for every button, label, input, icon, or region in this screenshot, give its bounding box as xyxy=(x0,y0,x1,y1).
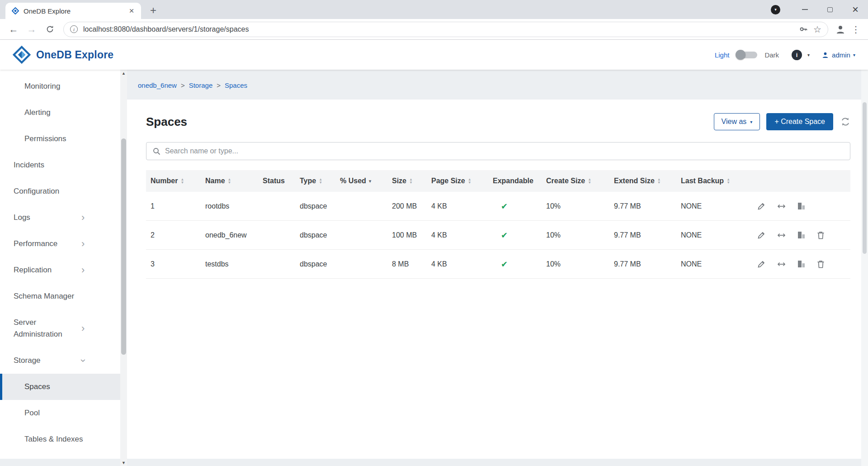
delete-icon[interactable] xyxy=(817,260,825,268)
sidebar-item-pool[interactable]: Pool xyxy=(0,400,120,426)
sort-arrows-icon[interactable]: ▲▼ xyxy=(228,178,231,184)
sidebar-item-configuration[interactable]: Configuration xyxy=(0,178,120,204)
sidebar-item-label: Logs xyxy=(14,212,81,223)
maximize-button[interactable] xyxy=(817,0,843,19)
cell-type: dbspace xyxy=(300,202,340,210)
column-header-label: Page Size xyxy=(431,177,465,185)
table-row[interactable]: 3 testdbs dbspace 8 MB 4 KB ✔ 10% 9.77 M… xyxy=(146,250,850,279)
sidebar-item-backup[interactable]: Backup xyxy=(0,452,120,459)
delete-icon[interactable] xyxy=(817,231,825,239)
theme-toggle[interactable] xyxy=(736,52,757,58)
breadcrumb-item-storage[interactable]: Storage xyxy=(189,81,213,89)
sidebar-item-label: Configuration xyxy=(14,185,81,197)
brand-name: OneDB Explore xyxy=(36,49,113,61)
sort-arrows-icon[interactable]: ▲▼ xyxy=(180,178,184,184)
bookmark-star-icon[interactable]: ☆ xyxy=(813,24,821,35)
info-caret-icon[interactable]: ▾ xyxy=(807,52,810,57)
sort-arrows-icon[interactable]: ▲▼ xyxy=(319,178,322,184)
refresh-button[interactable] xyxy=(42,21,58,38)
column-header-used[interactable]: % Used ▾ xyxy=(340,177,392,185)
reload-data-icon[interactable] xyxy=(840,117,850,127)
sidebar-item-replication[interactable]: Replication › xyxy=(0,257,120,283)
url-text[interactable]: localhost:8080/dashboard/servers/1/stora… xyxy=(83,25,794,33)
sidebar-item-performance[interactable]: Performance › xyxy=(0,231,120,257)
sidebar-item-schema-manager[interactable]: Schema Manager xyxy=(0,283,120,309)
expand-space-icon[interactable] xyxy=(777,232,786,238)
sidebar-item-permissions[interactable]: Permissions xyxy=(0,126,120,152)
info-icon[interactable]: i xyxy=(792,50,802,60)
browser-tab[interactable]: OneDB Explore × xyxy=(5,3,141,19)
edit-icon[interactable] xyxy=(757,260,765,268)
sort-arrows-icon[interactable]: ▲▼ xyxy=(657,178,661,184)
expand-space-icon[interactable] xyxy=(777,203,786,209)
forward-button[interactable]: → xyxy=(24,21,40,38)
key-icon[interactable] xyxy=(799,25,808,33)
sidebar-scrollbar[interactable]: ▲ ▼ xyxy=(120,70,127,466)
user-menu[interactable]: admin ▾ xyxy=(821,51,855,59)
column-header-size[interactable]: Size ▲▼ xyxy=(392,177,431,185)
theme-dark-label[interactable]: Dark xyxy=(764,51,779,59)
sort-arrows-icon[interactable]: ▲▼ xyxy=(588,178,591,184)
browser-menu-icon[interactable]: ⋮ xyxy=(849,24,863,35)
scroll-down-button[interactable]: ▼ xyxy=(120,459,127,466)
page-scrollbar-thumb[interactable] xyxy=(863,102,867,254)
user-caret-icon: ▾ xyxy=(853,52,855,57)
address-bar[interactable]: i localhost:8080/dashboard/servers/1/sto… xyxy=(63,22,828,37)
column-header-create-size[interactable]: Create Size ▲▼ xyxy=(546,177,614,185)
sidebar-item-incidents[interactable]: Incidents xyxy=(0,152,120,178)
edit-icon[interactable] xyxy=(757,202,765,210)
column-header-type[interactable]: Type ▲▼ xyxy=(300,177,340,185)
storage-report-icon[interactable] xyxy=(797,260,805,268)
close-window-button[interactable]: × xyxy=(843,0,868,19)
cell-page-size: 4 KB xyxy=(431,260,493,268)
site-info-icon[interactable]: i xyxy=(70,25,78,33)
column-header-extend-size[interactable]: Extend Size ▲▼ xyxy=(614,177,681,185)
cell-create-size: 10% xyxy=(546,260,614,268)
sidebar-item-label: Schema Manager xyxy=(14,290,81,302)
sort-desc-icon[interactable]: ▾ xyxy=(369,179,372,184)
media-control-icon[interactable]: ▾ xyxy=(771,5,780,14)
search-input[interactable] xyxy=(165,147,844,155)
storage-report-icon[interactable] xyxy=(797,231,805,239)
sidebar-item-logs[interactable]: Logs › xyxy=(0,204,120,231)
sidebar-item-label: Spaces xyxy=(24,381,92,393)
sidebar-item-alerting[interactable]: Alerting xyxy=(0,100,120,126)
column-header-page-size[interactable]: Page Size ▲▼ xyxy=(431,177,493,185)
cell-create-size: 10% xyxy=(546,202,614,210)
back-button[interactable]: ← xyxy=(5,21,22,38)
breadcrumb-item-onedb-6new[interactable]: onedb_6new xyxy=(138,81,177,89)
table-row[interactable]: 1 rootdbs dbspace 200 MB 4 KB ✔ 10% 9.77… xyxy=(146,192,850,221)
sort-arrows-icon[interactable]: ▲▼ xyxy=(409,178,413,184)
create-space-button[interactable]: + Create Space xyxy=(766,113,833,130)
sidebar-item-monitoring[interactable]: Monitoring xyxy=(0,73,120,100)
cell-create-size: 10% xyxy=(546,231,614,239)
edit-icon[interactable] xyxy=(757,231,765,239)
sidebar-item-tables-indexes[interactable]: Tables & Indexes xyxy=(0,426,120,452)
tab-close-icon[interactable]: × xyxy=(127,6,137,16)
sidebar-item-server-administration[interactable]: Server Administration › xyxy=(0,309,120,347)
sidebar-scrollbar-thumb[interactable] xyxy=(121,138,126,355)
column-header-name[interactable]: Name ▲▼ xyxy=(205,177,263,185)
page-scrollbar[interactable] xyxy=(861,70,868,466)
theme-light-label[interactable]: Light xyxy=(715,51,730,59)
scroll-up-button[interactable]: ▲ xyxy=(120,70,127,76)
sidebar-item-spaces[interactable]: Spaces xyxy=(0,374,120,400)
expand-space-icon[interactable] xyxy=(777,261,786,267)
breadcrumb-item-spaces[interactable]: Spaces xyxy=(225,81,247,89)
new-tab-button[interactable]: + xyxy=(146,3,161,18)
browser-profile-avatar[interactable] xyxy=(834,23,847,36)
sort-arrows-icon[interactable]: ▲▼ xyxy=(468,178,472,184)
cell-actions xyxy=(757,260,850,268)
table-row[interactable]: 2 onedb_6new dbspace 100 MB 4 KB ✔ 10% 9… xyxy=(146,221,850,250)
sidebar-nav: Monitoring Alerting Permissions Incident… xyxy=(0,70,120,459)
cell-actions xyxy=(757,231,850,239)
minimize-button[interactable] xyxy=(792,0,817,19)
storage-report-icon[interactable] xyxy=(797,202,805,210)
cell-type: dbspace xyxy=(300,231,340,239)
sidebar-item-storage[interactable]: Storage › xyxy=(0,347,120,374)
column-header-last-backup[interactable]: Last Backup ▲▼ xyxy=(681,177,757,185)
column-header-number[interactable]: Number ▲▼ xyxy=(151,177,205,185)
cell-name: testdbs xyxy=(205,260,263,268)
sort-arrows-icon[interactable]: ▲▼ xyxy=(726,178,730,184)
view-as-button[interactable]: View as▾ xyxy=(714,113,760,130)
